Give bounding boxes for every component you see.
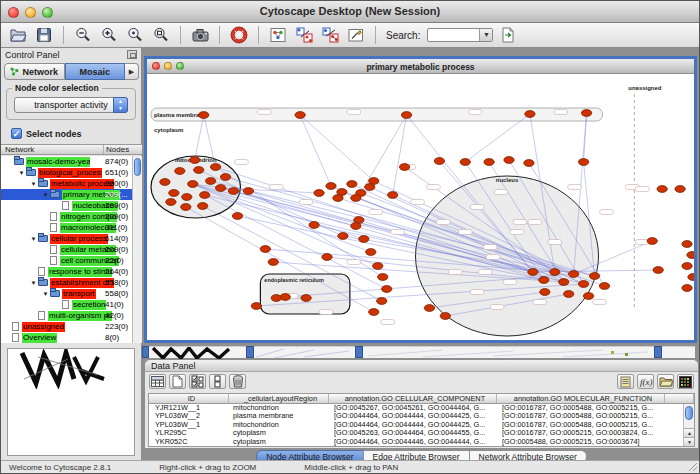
graph-node[interactable] bbox=[540, 289, 550, 296]
graph-node[interactable] bbox=[401, 112, 411, 119]
tree-row[interactable]: nucleobase-209(0) bbox=[1, 200, 132, 211]
tree-row[interactable]: cell communicat22(0) bbox=[1, 255, 132, 266]
background-window-border[interactable] bbox=[355, 346, 363, 358]
scroll-down-icon[interactable]: ▼ bbox=[684, 437, 695, 446]
float-panel-icon[interactable] bbox=[127, 50, 137, 59]
graph-node[interactable] bbox=[322, 254, 332, 261]
heatmap-button[interactable] bbox=[677, 374, 694, 389]
tab-network[interactable]: Network bbox=[4, 63, 65, 80]
graph-node[interactable] bbox=[199, 112, 209, 119]
graph-node[interactable] bbox=[351, 195, 361, 202]
graph-node[interactable] bbox=[589, 273, 599, 280]
unselect-attributes-button[interactable] bbox=[209, 374, 226, 389]
graph-edge[interactable] bbox=[195, 115, 204, 160]
help-button[interactable] bbox=[228, 25, 250, 45]
table-column-header[interactable]: annotation.GO CELLULAR_COMPONENT bbox=[329, 394, 497, 403]
graph-node[interactable] bbox=[333, 195, 343, 202]
graph-node[interactable] bbox=[232, 213, 242, 220]
search-dropdown-icon[interactable]: ▼ bbox=[479, 29, 492, 41]
network-canvas[interactable]: plasma membrane cytoplasm mitochondrion … bbox=[147, 74, 694, 340]
table-column-header[interactable]: _cellularLayoutRegion bbox=[229, 394, 329, 403]
graph-node[interactable] bbox=[210, 164, 220, 171]
graph-node[interactable] bbox=[675, 186, 685, 193]
graph-node[interactable] bbox=[583, 293, 593, 300]
graph-node[interactable] bbox=[578, 281, 588, 288]
birdseye-view[interactable] bbox=[7, 348, 135, 456]
graph-node[interactable] bbox=[564, 291, 574, 298]
graph-node[interactable] bbox=[198, 203, 208, 210]
select-nodes-checkbox[interactable]: ✓ bbox=[11, 128, 22, 139]
tree-row[interactable]: multi-organism pro42(0) bbox=[1, 310, 132, 321]
graph-node[interactable] bbox=[260, 246, 270, 253]
network-view-window[interactable]: primary metabolic process plasma membran… bbox=[144, 56, 697, 343]
graph-node[interactable] bbox=[687, 252, 694, 259]
graph-node[interactable] bbox=[175, 168, 185, 175]
tree-row[interactable]: ▼primary metabo209(... bbox=[1, 189, 132, 200]
delete-attribute-button[interactable] bbox=[229, 374, 246, 389]
graph-node[interactable] bbox=[484, 159, 494, 166]
graph-node[interactable] bbox=[220, 174, 230, 181]
graph-edge[interactable] bbox=[300, 115, 331, 186]
background-window-fragment[interactable] bbox=[662, 346, 695, 358]
background-window-fragment[interactable] bbox=[254, 346, 355, 358]
background-window-border[interactable] bbox=[142, 346, 149, 358]
graph-node[interactable] bbox=[182, 194, 192, 201]
graph-node[interactable] bbox=[215, 185, 225, 192]
tree-row[interactable]: ▼establishment of lo558(0) bbox=[1, 277, 132, 288]
graph-node[interactable] bbox=[559, 279, 569, 286]
overview-button[interactable] bbox=[267, 25, 289, 45]
graph-node[interactable] bbox=[373, 263, 383, 270]
zoom-fit-button[interactable] bbox=[150, 25, 172, 45]
graph-node[interactable] bbox=[378, 274, 388, 281]
background-window-fragment[interactable] bbox=[363, 346, 654, 358]
save-button[interactable] bbox=[33, 25, 55, 45]
tree-expander-icon[interactable]: ▼ bbox=[41, 291, 50, 297]
graph-node[interactable] bbox=[460, 159, 470, 166]
create-view-button[interactable] bbox=[319, 25, 341, 45]
graph-node[interactable] bbox=[365, 184, 375, 191]
graph-node[interactable] bbox=[688, 274, 694, 281]
annotation-button[interactable] bbox=[345, 25, 367, 45]
zoom-selected-button[interactable] bbox=[124, 25, 146, 45]
table-row[interactable]: YPL036W__2plasma membrane[GO:0044464, GO… bbox=[149, 412, 694, 420]
graph-node[interactable] bbox=[347, 181, 357, 188]
tree-expander-icon[interactable]: ▼ bbox=[29, 280, 38, 286]
tree-row[interactable]: ▼cellular process614(0) bbox=[1, 233, 132, 244]
graph-node[interactable] bbox=[190, 157, 200, 164]
tree-row[interactable]: secretion41(0) bbox=[1, 299, 132, 310]
graph-node[interactable] bbox=[166, 199, 176, 206]
new-attribute-button[interactable] bbox=[169, 374, 186, 389]
graph-node[interactable] bbox=[440, 313, 450, 320]
table-row[interactable]: YPL036W__1mitochondrion[GO:0044464, GO:0… bbox=[149, 421, 694, 429]
graph-node[interactable] bbox=[271, 295, 281, 302]
search-input[interactable]: ▼ bbox=[427, 28, 493, 42]
table-column-header[interactable]: annotation.GO MOLECULAR_FUNCTION bbox=[497, 394, 665, 403]
graph-node[interactable] bbox=[268, 259, 278, 266]
zoom-in-button[interactable] bbox=[98, 25, 120, 45]
graph-node[interactable] bbox=[338, 233, 348, 240]
tree-row[interactable]: unassigned223(0) bbox=[1, 321, 132, 332]
tree-expander-icon[interactable]: ▼ bbox=[17, 170, 26, 176]
table-row[interactable]: YLR295Ccytoplasm[GO:0045263, GO:0044464,… bbox=[149, 429, 694, 437]
tab-mosaic[interactable]: Mosaic bbox=[65, 63, 126, 80]
graph-node[interactable] bbox=[359, 236, 369, 243]
tree-expander-icon[interactable]: ▼ bbox=[29, 236, 38, 242]
graph-node[interactable] bbox=[550, 269, 560, 276]
tree-row[interactable]: ▼biological_process651(0) bbox=[1, 167, 132, 178]
graph-node[interactable] bbox=[525, 111, 535, 118]
graph-node[interactable] bbox=[581, 110, 591, 117]
tree-scrollbar-thumb[interactable] bbox=[134, 158, 141, 176]
tree-col-network[interactable]: Network bbox=[1, 145, 104, 154]
import-attributes-button[interactable] bbox=[657, 374, 674, 389]
notes-button[interactable] bbox=[617, 374, 634, 389]
resize-grip-icon[interactable] bbox=[688, 462, 698, 472]
tabs-overflow-button[interactable]: ▶ bbox=[125, 63, 139, 80]
graph-node[interactable] bbox=[377, 298, 387, 305]
graph-node[interactable] bbox=[382, 286, 392, 293]
tree-row[interactable]: Overview8(0) bbox=[1, 332, 132, 343]
graph-node[interactable] bbox=[194, 167, 204, 174]
graph-node[interactable] bbox=[188, 181, 198, 188]
graph-node[interactable] bbox=[301, 295, 311, 302]
graph-node[interactable] bbox=[657, 186, 667, 193]
zoom-out-button[interactable] bbox=[72, 25, 94, 45]
